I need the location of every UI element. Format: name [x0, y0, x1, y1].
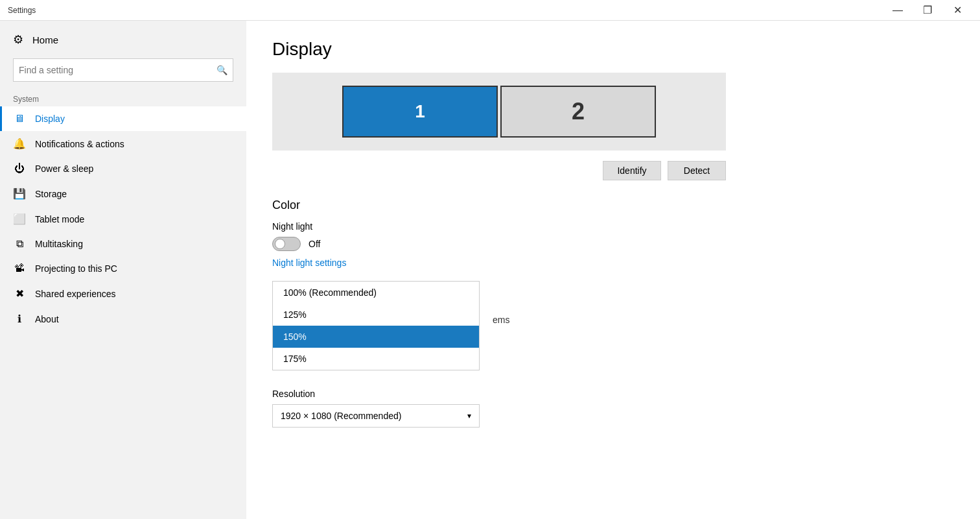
night-light-state: Off [309, 239, 320, 249]
scale-dropdown-list: 100% (Recommended)125%150%175% [272, 281, 480, 386]
resolution-section: Resolution 1920 × 1080 (Recommended) ▾ [272, 389, 954, 428]
sidebar-item-label-power: Power & sleep [35, 163, 93, 174]
sidebar-item-power[interactable]: ⏻ Power & sleep [0, 156, 246, 181]
minimize-button[interactable]: — [883, 0, 913, 21]
color-section-title: Color [272, 199, 954, 212]
home-label: Home [32, 34, 58, 45]
toggle-knob [275, 239, 285, 249]
shared-icon: ✖ [13, 287, 26, 300]
notifications-icon: 🔔 [13, 138, 26, 150]
storage-icon: 💾 [13, 187, 26, 200]
night-light-label: Night light [272, 221, 954, 232]
display-icon: 🖥 [13, 113, 26, 125]
close-button[interactable]: ✕ [942, 0, 972, 21]
window-controls: — ❐ ✕ [883, 0, 972, 21]
display-buttons: Identify Detect [272, 161, 726, 180]
app-body: ⚙ Home 🔍 System 🖥 Display 🔔 Notification… [0, 21, 980, 519]
sidebar-item-label-shared: Shared experiences [35, 289, 116, 299]
app-title: Settings [8, 6, 36, 15]
sidebar-item-label-tablet: Tablet mode [35, 214, 84, 224]
identify-button[interactable]: Identify [603, 161, 661, 180]
sidebar-item-label-notifications: Notifications & actions [35, 139, 124, 149]
sidebar-item-label-storage: Storage [35, 189, 67, 199]
sidebar-item-tablet[interactable]: ⬜ Tablet mode [0, 206, 246, 232]
power-icon: ⏻ [13, 163, 26, 175]
sidebar-item-display[interactable]: 🖥 Display [0, 106, 246, 131]
about-icon: ℹ [13, 313, 26, 325]
scale-context: ems [493, 315, 509, 325]
sidebar-item-projecting[interactable]: 📽 Projecting to this PC [0, 256, 246, 281]
resolution-value: 1920 × 1080 (Recommended) [281, 411, 401, 421]
monitor-1: 1 [342, 86, 498, 138]
resolution-select[interactable]: 1920 × 1080 (Recommended) ▾ [272, 404, 480, 428]
sidebar: ⚙ Home 🔍 System 🖥 Display 🔔 Notification… [0, 21, 246, 519]
chevron-down-icon: ▾ [467, 411, 471, 420]
home-icon: ⚙ [13, 32, 23, 47]
display-preview: 1 2 [272, 73, 726, 151]
sidebar-item-storage[interactable]: 💾 Storage [0, 181, 246, 206]
sidebar-item-notifications[interactable]: 🔔 Notifications & actions [0, 131, 246, 156]
sidebar-section-label: System [0, 90, 246, 106]
tablet-icon: ⬜ [13, 213, 26, 225]
sidebar-item-multitasking[interactable]: ⧉ Multitasking [0, 232, 246, 256]
sidebar-items: 🖥 Display 🔔 Notifications & actions ⏻ Po… [0, 106, 246, 332]
search-box: 🔍 [13, 58, 233, 82]
sidebar-item-about[interactable]: ℹ About [0, 306, 246, 332]
scale-option[interactable]: 125% [273, 304, 479, 326]
content-area: Display 1 2 Identify Detect Color Night … [246, 21, 980, 519]
scale-option[interactable]: 175% [273, 348, 479, 370]
monitor-2: 2 [500, 86, 656, 138]
sidebar-item-label-about: About [35, 314, 59, 324]
projecting-icon: 📽 [13, 263, 26, 274]
sidebar-item-label-display: Display [35, 114, 65, 124]
detect-button[interactable]: Detect [668, 161, 726, 180]
night-light-toggle[interactable] [272, 237, 301, 251]
scale-option[interactable]: 100% (Recommended) [273, 282, 479, 304]
dropdown-list: 100% (Recommended)125%150%175% [272, 281, 480, 370]
night-light-settings-link[interactable]: Night light settings [272, 258, 346, 268]
resolution-label: Resolution [272, 389, 954, 399]
restore-button[interactable]: ❐ [913, 0, 942, 21]
page-title: Display [272, 39, 954, 60]
multitasking-icon: ⧉ [13, 238, 26, 250]
sidebar-item-label-multitasking: Multitasking [35, 239, 83, 249]
scale-option[interactable]: 150% [273, 326, 479, 348]
sidebar-item-label-projecting: Projecting to this PC [35, 263, 117, 274]
sidebar-home[interactable]: ⚙ Home [0, 26, 246, 53]
monitor-1-label: 1 [415, 101, 425, 122]
search-icon: 🔍 [216, 65, 228, 75]
search-input[interactable] [19, 65, 216, 75]
sidebar-item-shared[interactable]: ✖ Shared experiences [0, 281, 246, 306]
monitor-2-label: 2 [572, 98, 585, 125]
night-light-toggle-row: Off [272, 237, 954, 251]
title-bar: Settings — ❐ ✕ [0, 0, 980, 21]
